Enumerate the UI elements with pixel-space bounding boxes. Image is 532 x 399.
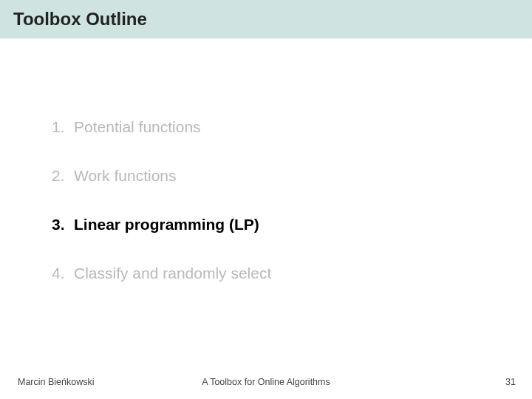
outline-item-4: 4. Classify and randomly select <box>52 265 480 282</box>
outline-number: 4. <box>52 265 74 282</box>
footer-subtitle: A Toolbox for Online Algorithms <box>0 377 532 387</box>
outline-item-1: 1. Potential functions <box>52 118 480 136</box>
title-bar: Toolbox Outline <box>0 0 532 38</box>
slide-title: Toolbox Outline <box>13 9 147 30</box>
outline-label: Classify and randomly select <box>74 265 271 282</box>
outline-number: 2. <box>52 167 74 185</box>
footer: Marcin Bieńkowski A Toolbox for Online A… <box>0 377 532 392</box>
outline-label: Linear programming (LP) <box>74 216 259 233</box>
outline-label: Work functions <box>74 167 177 185</box>
outline-item-2: 2. Work functions <box>52 167 480 185</box>
slide: Toolbox Outline 1. Potential functions 2… <box>0 0 532 399</box>
footer-page-number: 31 <box>505 377 516 387</box>
outline-number: 1. <box>52 118 74 136</box>
outline-label: Potential functions <box>74 118 201 136</box>
outline-number: 3. <box>52 216 74 233</box>
outline-list: 1. Potential functions 2. Work functions… <box>52 118 480 313</box>
outline-item-3: 3. Linear programming (LP) <box>52 216 480 233</box>
